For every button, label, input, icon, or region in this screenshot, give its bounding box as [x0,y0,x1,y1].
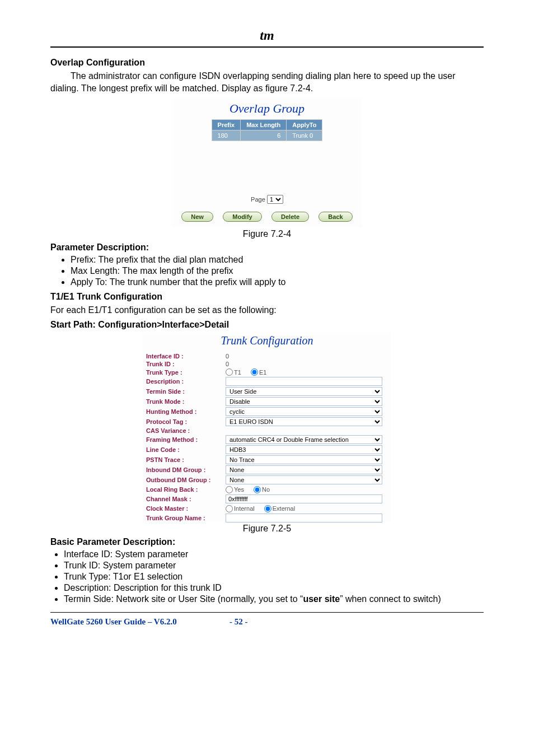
channel-mask-input[interactable] [226,494,382,503]
overlap-config-body: The administrator can configure ISDN ove… [50,70,484,94]
list-item: Termin Side: Network site or User Site (… [64,594,484,604]
radio-clock-internal-label: Internal [234,505,255,512]
label-framing-method: Framing Method : [143,436,226,443]
overlap-group-title: Overlap Group [172,98,362,119]
new-button[interactable]: New [181,212,213,222]
bottom-divider [50,612,484,613]
label-clock-master: Clock Master : [143,505,226,512]
radio-ringback-yes[interactable] [226,486,233,493]
trunk-config-title: Trunk Configuration [143,332,391,352]
trunk-mode-select[interactable]: Disable [226,397,382,406]
label-line-code: Line Code : [143,446,226,453]
back-button[interactable]: Back [318,212,352,222]
col-maxlength: Max Length [241,120,287,130]
list-item: Description: Description for this trunk … [64,583,484,593]
basic-param-heading: Basic Parameter Description: [50,537,484,547]
page-label: Page [251,196,265,203]
label-inbound-dm: Inbound DM Group : [143,466,226,473]
top-divider [50,46,484,48]
radio-clock-internal[interactable] [226,505,233,512]
radio-ringback-no-label: No [262,486,270,493]
termin-side-select[interactable]: User Side [226,387,382,396]
label-trunk-mode: Trunk Mode : [143,398,226,405]
label-trunk-type: Trunk Type : [143,369,226,376]
start-path: Start Path: Configuration>Interface>Deta… [50,320,484,330]
label-cas-variance: CAS Variance : [143,427,226,434]
page-footer: WellGate 5260 User Guide – V6.2.0 - 52 - [50,617,484,627]
label-pstn-trace: PSTN Trace : [143,456,226,463]
t1e1-body: For each E1/T1 configuration can be set … [50,304,484,316]
list-item: Trunk ID: System parameter [64,561,484,571]
cell-applyto: Trunk 0 [287,130,322,141]
radio-e1[interactable] [251,368,258,376]
col-prefix: Prefix [212,120,241,130]
list-item: Trunk Type: T1or E1 selection [64,572,484,582]
label-interface-id: Interface ID : [143,353,226,360]
hunting-method-select[interactable]: cyclic [226,407,382,416]
param-desc-heading: Parameter Description: [50,242,484,253]
framing-method-select[interactable]: automatic CRC4 or Double Frame selection [226,435,382,444]
label-channel-mask: Channel Mask : [143,496,226,502]
overlap-config-heading: Overlap Configuration [50,58,484,68]
inbound-dm-select[interactable]: None [226,465,382,474]
overlap-group-table: Prefix Max Length ApplyTo 180 6 Trunk 0 [212,119,323,141]
list-item: Interface ID: System parameter [64,549,484,559]
radio-ringback-no[interactable] [254,486,261,493]
radio-e1-label: E1 [259,369,266,376]
list-item: Max Length: The max length of the prefix [71,266,484,276]
footer-page-number: - 52 - [229,617,274,627]
radio-ringback-yes-label: Yes [234,486,244,493]
brand-logo: tm [260,28,274,43]
radio-t1-label: T1 [234,369,241,376]
overlap-group-panel: Overlap Group Prefix Max Length ApplyTo … [171,97,363,228]
footer-title: WellGate 5260 User Guide – V6.2.0 [50,617,229,627]
cell-maxlength: 6 [241,130,287,141]
trunk-group-name-input[interactable] [226,514,382,522]
label-hunting-method: Hunting Method : [143,408,226,415]
page-select[interactable]: 1 [267,195,283,204]
col-applyto: ApplyTo [287,120,322,130]
modify-button[interactable]: Modify [223,212,261,222]
radio-clock-external-label: External [273,505,295,512]
table-row[interactable]: 180 6 Trunk 0 [212,130,322,141]
description-input[interactable] [226,377,382,386]
value-trunk-id: 0 [226,361,391,367]
protocol-tag-select[interactable]: E1 EURO ISDN [226,417,382,426]
label-trunk-group-name: Trunk Group Name : [143,515,226,521]
list-item: Prefix: The prefix that the dial plan ma… [71,255,484,265]
outbound-dm-select[interactable]: None [226,475,382,484]
radio-clock-external[interactable] [264,505,271,512]
label-termin-side: Termin Side : [143,388,226,395]
list-item: Apply To: The trunk number that the pref… [71,277,484,287]
value-interface-id: 0 [226,353,391,360]
label-outbound-dm: Outbound DM Group : [143,477,226,483]
label-description: Description : [143,378,226,385]
delete-button[interactable]: Delete [271,212,309,222]
cell-prefix: 180 [212,130,241,141]
figure-7-2-5-caption: Figure 7.2-5 [50,524,484,534]
label-local-ring-back: Local Ring Back : [143,486,226,493]
trunk-config-panel: Trunk Configuration Interface ID : 0 Tru… [143,332,391,522]
pstn-trace-select[interactable]: No Trace [226,455,382,464]
label-protocol-tag: Protocol Tag : [143,418,226,425]
radio-t1[interactable] [226,368,233,376]
t1e1-heading: T1/E1 Trunk Configuration [50,292,484,302]
line-code-select[interactable]: HDB3 [226,445,382,454]
figure-7-2-4-caption: Figure 7.2-4 [50,229,484,239]
label-trunk-id: Trunk ID : [143,361,226,367]
